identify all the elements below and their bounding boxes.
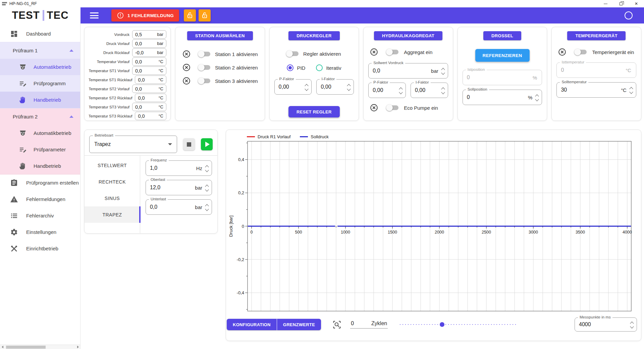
sidebar-item-label: Prüfprogramm erstellen	[26, 180, 79, 186]
sidebar-item-automatikbetrieb[interactable]: Automatikbetrieb	[0, 125, 80, 141]
edit-list-icon	[19, 80, 27, 88]
i-faktor-field[interactable]: I-Faktor0,00	[411, 83, 448, 98]
spinner-arrows[interactable]	[206, 184, 208, 191]
temperier-panel-title[interactable]: TEMPERIERGERÄT	[567, 31, 626, 40]
scroll-left-icon[interactable]	[0, 346, 5, 348]
druckregler-panel-title[interactable]: DRUCKREGLER	[288, 31, 339, 40]
spinner-arrows[interactable]	[206, 165, 208, 171]
aggregat-toggle[interactable]	[387, 49, 398, 55]
gear-icon	[10, 228, 18, 236]
regler-toggle[interactable]	[287, 50, 299, 57]
lock-open-button-1[interactable]	[184, 9, 196, 21]
oberlast-field[interactable]: Oberlast12,0bar	[146, 180, 212, 195]
close-button[interactable]: ✕	[629, 0, 644, 7]
eco-pumpe-toggle[interactable]	[387, 104, 398, 111]
scrollbar-thumb[interactable]	[6, 346, 46, 349]
sidebar-item-handbetrieb[interactable]: Handbetrieb	[0, 92, 80, 108]
spinner-arrows[interactable]	[631, 321, 633, 328]
tab-rechteck[interactable]: RECHTECK	[85, 173, 140, 190]
betriebsart-dropdown[interactable]: Betriebsart Trapez	[89, 136, 177, 153]
zoom-selection-icon[interactable]	[332, 320, 341, 329]
slider-thumb[interactable]	[440, 322, 444, 327]
horizontal-scrollbar[interactable]	[0, 345, 80, 349]
tab-stellwert[interactable]: STELLWERT	[85, 157, 140, 173]
spinner-arrows[interactable]	[442, 67, 444, 74]
sidebar-item-label: Automatikbetrieb	[34, 64, 71, 70]
sidebar-item-pr-fprogramm[interactable]: Prüfprogramm	[0, 75, 80, 92]
sensor-value-box[interactable]: 0,0bar	[132, 39, 166, 48]
menu-icon[interactable]	[90, 12, 99, 18]
stop-button[interactable]	[183, 138, 195, 150]
referenzieren-button[interactable]: REFERENZIEREN	[475, 49, 530, 62]
sidebar-item-dashboard[interactable]: Dashboard	[0, 26, 80, 42]
spinner-arrows[interactable]	[630, 87, 633, 93]
station-panel-title[interactable]: STATION AUSWÄHLEN	[187, 31, 253, 40]
sensor-value-box[interactable]: -0,0bar	[132, 48, 166, 57]
sensor-value-box[interactable]: 0,0°C	[132, 57, 166, 66]
frequenz-field[interactable]: Frequenz1,0Hz	[146, 160, 212, 176]
sidebar-item-fehlermeldungen[interactable]: Fehlermeldungen	[0, 191, 80, 207]
spinner-arrows[interactable]	[206, 204, 208, 210]
scroll-right-icon[interactable]	[75, 346, 80, 348]
sidebar-section-header-pr-fraum-1[interactable]: Prüfraum 1	[0, 42, 80, 59]
sidebar-item-automatikbetrieb[interactable]: Automatikbetrieb	[0, 59, 80, 75]
toggle-station-1-aktivieren[interactable]	[199, 51, 210, 57]
sensor-value-box[interactable]: 0,0°C	[132, 103, 166, 111]
temperiergeraet-toggle[interactable]	[575, 49, 587, 55]
solltemperatur-field[interactable]: Solltemperatur30°C	[556, 82, 636, 98]
messpunkte-field[interactable]: Messpunkte in ms4000	[575, 317, 637, 332]
lock-open-button-2[interactable]	[199, 9, 211, 21]
p-faktor-field[interactable]: P-Faktor0,00	[368, 83, 406, 98]
grenzwerte-button[interactable]: GRENZWERTE	[277, 319, 321, 330]
i-faktor-field[interactable]: I-Faktor0,00	[316, 79, 354, 95]
spinner-arrows[interactable]	[536, 94, 538, 101]
p-faktor-field[interactable]: P-Faktor0,00	[274, 79, 312, 95]
sensor-value-box[interactable]: 0,0°C	[132, 85, 166, 93]
svg-text:0,2: 0,2	[238, 190, 244, 195]
tab-trapez[interactable]: TRAPEZ	[85, 206, 140, 223]
sensor-value-box[interactable]: 0,5bar	[132, 30, 166, 39]
sensor-value-box[interactable]: 0,0°C	[135, 76, 166, 84]
toggle-station-3-aktivieren[interactable]	[199, 78, 210, 84]
sensor-row-druck-r-cklauf: Druck Rücklauf-0,0bar	[89, 48, 166, 57]
slider-track[interactable]	[400, 324, 517, 325]
konfiguration-button[interactable]: KONFIGURATION	[227, 319, 277, 330]
sidebar-item-einrichtbetrieb[interactable]: Einrichtbetrieb	[0, 240, 80, 257]
sollposition-field[interactable]: Sollposition0%	[463, 90, 542, 105]
sidebar-item-pr-fparameter[interactable]: Prüfparameter	[0, 141, 80, 158]
spinner-arrows[interactable]	[399, 87, 402, 94]
sidebar-item-pr-fprogramm-erstellen[interactable]: Prüfprogramm erstellen	[0, 174, 80, 191]
sidebar-item-einstellungen[interactable]: Einstellungen	[0, 224, 80, 240]
hydraulik-panel-title[interactable]: HYDRAULIKAGGREGAT	[374, 31, 442, 40]
sensor-value-box[interactable]: 0,0°C	[135, 94, 166, 102]
history-slider[interactable]	[400, 321, 517, 328]
restore-button[interactable]	[613, 0, 629, 7]
radio-iterativ[interactable]	[316, 64, 323, 71]
reset-regler-button[interactable]: RESET REGLER	[288, 106, 340, 117]
sidebar-item-label: Einstellungen	[26, 229, 56, 235]
error-message-button[interactable]: 1 FEHLERMELDUNG	[111, 9, 179, 21]
toggle-station-2-aktivieren[interactable]	[199, 64, 210, 71]
sensor-value-box[interactable]: 0,0°C	[135, 112, 166, 120]
spinner-arrows[interactable]	[347, 84, 350, 90]
tab-sinus[interactable]: SINUS	[85, 190, 140, 206]
sidebar-item-handbetrieb[interactable]: Handbetrieb	[0, 158, 80, 174]
sensor-values-panel: Vordruck0,5barDruck Vorlauf0,0barDruck R…	[84, 27, 171, 121]
radio-pid[interactable]	[287, 64, 293, 71]
sidebar-section-header-pr-fraum-2[interactable]: Prüfraum 2	[0, 108, 80, 125]
chevron-up-icon[interactable]	[69, 115, 73, 118]
chevron-up-icon[interactable]	[69, 49, 73, 52]
clipboard-icon	[10, 179, 18, 187]
toolbar: 1 FEHLERMELDUNG	[80, 7, 644, 23]
window-title: HP-NG-01_RF	[9, 1, 37, 6]
minimize-button[interactable]	[598, 0, 613, 7]
topbar: TEST TEC 1 FEHLERMELDUNG	[0, 7, 644, 23]
spinner-arrows[interactable]	[305, 84, 308, 90]
sidebar-item-fehlerarchiv[interactable]: Fehlerarchiv	[0, 207, 80, 224]
drossel-panel-title[interactable]: DROSSEL	[483, 31, 521, 40]
sensor-value-box[interactable]: 0,0°C	[132, 66, 166, 75]
play-button[interactable]	[201, 138, 213, 150]
sollwert-vordruck-field[interactable]: Sollwert Vordruck0,0bar	[368, 63, 448, 79]
spinner-arrows[interactable]	[442, 87, 444, 94]
unterlast-field[interactable]: Unterlast0,0bar	[146, 199, 212, 215]
